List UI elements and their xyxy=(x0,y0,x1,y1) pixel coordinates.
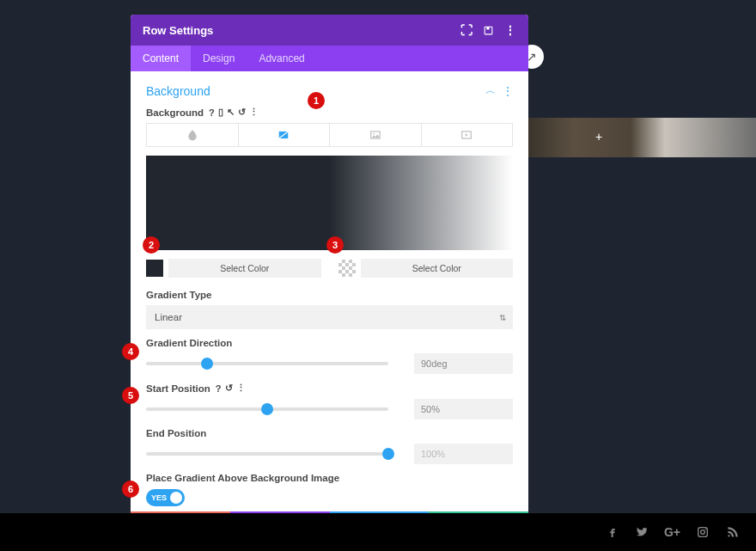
start-position-thumb[interactable] xyxy=(261,403,273,415)
color-1-swatch[interactable] xyxy=(146,260,163,277)
expand-icon[interactable]: ⛶ xyxy=(460,23,472,37)
end-position-thumb[interactable] xyxy=(382,448,394,460)
modal-tabs: Content Design Advanced xyxy=(131,46,528,71)
gradient-direction-slider[interactable] xyxy=(146,362,388,365)
toggle-label: YES xyxy=(151,493,167,502)
page-background-strip: + xyxy=(528,118,756,157)
svg-point-7 xyxy=(701,530,705,535)
gradient-direction-field: Gradient Direction 90deg xyxy=(146,338,513,374)
modal-title: Row Settings xyxy=(143,24,213,37)
background-type-tabs xyxy=(146,123,513,147)
end-position-label: End Position xyxy=(146,428,513,438)
svg-point-4 xyxy=(373,133,375,135)
end-position-slider[interactable] xyxy=(146,452,388,456)
svg-rect-1 xyxy=(486,27,489,29)
facebook-icon[interactable] xyxy=(606,525,619,539)
annotation-6: 6 xyxy=(122,481,139,498)
start-position-field: Start Position ? ↺ ⋮ 50% xyxy=(146,383,513,419)
sp-help-icon[interactable]: ? xyxy=(216,383,222,394)
bg-tab-image[interactable] xyxy=(330,124,422,146)
color-1-button[interactable]: Select Color xyxy=(168,259,321,278)
start-position-slider[interactable] xyxy=(146,407,388,411)
color-2-swatch[interactable] xyxy=(338,260,356,277)
rss-icon[interactable] xyxy=(725,525,739,539)
annotation-1: 1 xyxy=(308,92,325,109)
color-pickers: Select Color Select Color xyxy=(146,259,513,278)
annotation-4: 4 xyxy=(122,343,139,360)
background-field-label: Background ? ▯ ↖ ↺ ⋮ xyxy=(146,107,513,118)
kebab2-icon[interactable]: ⋮ xyxy=(249,107,259,118)
titlebar-actions: ⛶ ⋮ xyxy=(460,23,516,37)
place-above-field: Place Gradient Above Background Image YE… xyxy=(146,473,513,506)
annotation-2: 2 xyxy=(143,236,160,254)
section-kebab-icon[interactable]: ⋮ xyxy=(503,85,513,97)
page-footer: G+ xyxy=(0,513,756,551)
save-library-icon[interactable] xyxy=(483,25,494,36)
bg-tab-video[interactable] xyxy=(422,124,513,146)
kebab-icon[interactable]: ⋮ xyxy=(504,23,516,37)
gradient-direction-label: Gradient Direction xyxy=(146,338,513,348)
start-position-value[interactable]: 50% xyxy=(414,399,513,419)
bg-tab-gradient[interactable] xyxy=(239,124,331,146)
help-icon[interactable]: ? xyxy=(209,107,215,118)
section-header: Background ︿ ⋮ xyxy=(146,83,513,98)
end-position-field: End Position 100% xyxy=(146,428,513,464)
twitter-icon[interactable] xyxy=(635,525,649,539)
tab-advanced[interactable]: Advanced xyxy=(247,46,316,71)
gradient-type-select[interactable]: Linear xyxy=(146,305,513,329)
plus-icon[interactable]: + xyxy=(595,130,602,144)
annotation-3: 3 xyxy=(326,236,344,254)
mobile-icon[interactable]: ▯ xyxy=(218,107,223,118)
undo-icon[interactable]: ↺ xyxy=(238,107,246,118)
place-above-label: Place Gradient Above Background Image xyxy=(146,473,513,483)
gradient-direction-value[interactable]: 90deg xyxy=(414,353,513,374)
gradient-type-label: Gradient Type xyxy=(146,290,513,300)
chevron-up-icon[interactable]: ︿ xyxy=(485,83,496,98)
start-position-label: Start Position ? ↺ ⋮ xyxy=(146,383,513,394)
row-settings-modal: Row Settings ⛶ ⋮ Content Design Advanced… xyxy=(131,15,528,539)
annotation-5: 5 xyxy=(122,387,139,404)
end-position-value[interactable]: 100% xyxy=(414,444,513,464)
place-above-toggle[interactable]: YES xyxy=(146,489,185,506)
gradient-preview xyxy=(146,156,513,250)
modal-body: Background ︿ ⋮ Background ? ▯ ↖ ↺ ⋮ xyxy=(131,71,528,539)
gradient-type-field: Gradient Type Linear xyxy=(146,290,513,329)
color-2: Select Color xyxy=(338,259,514,278)
svg-point-8 xyxy=(705,529,706,530)
toggle-knob xyxy=(170,492,182,504)
sp-undo-icon[interactable]: ↺ xyxy=(225,383,233,394)
color-1: Select Color xyxy=(146,259,321,278)
section-collapse[interactable]: ︿ ⋮ xyxy=(485,83,513,98)
section-title: Background xyxy=(146,84,210,98)
bg-tab-color[interactable] xyxy=(147,124,239,146)
instagram-icon[interactable] xyxy=(696,525,710,539)
hover-icon[interactable]: ↖ xyxy=(227,107,235,118)
google-plus-icon[interactable]: G+ xyxy=(664,525,680,539)
gradient-direction-thumb[interactable] xyxy=(201,358,213,370)
sp-kebab-icon[interactable]: ⋮ xyxy=(236,383,246,394)
modal-titlebar: Row Settings ⛶ ⋮ xyxy=(131,15,528,46)
tab-design[interactable]: Design xyxy=(191,46,247,71)
tab-content[interactable]: Content xyxy=(131,46,191,71)
color-2-button[interactable]: Select Color xyxy=(361,259,514,278)
